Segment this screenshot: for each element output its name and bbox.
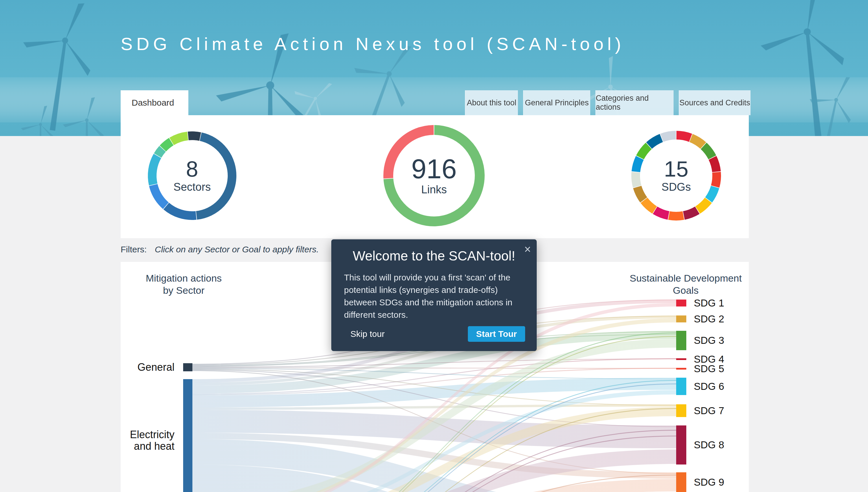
sdgs-donut-chart[interactable]: 15 SDGs [624,124,728,228]
tab-general-principles[interactable]: General Principles [523,90,590,115]
sdg-label-2[interactable]: SDG 2 [694,313,758,325]
modal-body: This tool will provide you a first 'scan… [344,271,524,321]
sector-node-electricity-and-heat[interactable] [183,379,193,492]
filters-label: Filters: [121,245,147,254]
tab-about-this-tool[interactable]: About this tool [465,90,518,115]
sdg-node-sdg-7[interactable] [676,404,686,417]
welcome-modal: × Welcome to the SCAN-tool! This tool wi… [331,239,537,351]
sdg-label-8[interactable]: SDG 8 [694,439,758,451]
links-donut-chart[interactable]: 916 Links [382,124,486,228]
sdg-node-sdg-5[interactable] [676,368,686,370]
sdg-label-5[interactable]: SDG 5 [694,363,758,375]
page-title: SDG Climate Action Nexus tool (SCAN-tool… [121,33,625,54]
sector-label-electricity-and-heat[interactable]: Electricity and heat [104,429,175,452]
filters-bar: Filters:Click on any Sector or Goal to a… [121,245,319,254]
sectors-donut-chart[interactable]: 8 Sectors [140,124,244,228]
tab-bar: About this tool General Principles Categ… [465,90,750,115]
sdg-label-7[interactable]: SDG 7 [694,404,758,417]
skip-tour-link[interactable]: Skip tour [350,329,385,339]
sdg-node-sdg-9[interactable] [676,472,686,492]
tab-sources-and-credits[interactable]: Sources and Credits [679,90,750,115]
sdg-label-3[interactable]: SDG 3 [694,334,758,346]
tab-dashboard[interactable]: Dashboard [121,90,188,115]
sdg-label-9[interactable]: SDG 9 [694,476,758,488]
sdg-node-sdg-2[interactable] [676,316,686,322]
sdg-label-6[interactable]: SDG 6 [694,380,758,392]
sdg-node-sdg-1[interactable] [676,299,686,306]
start-tour-button[interactable]: Start Tour [468,326,525,342]
filters-hint: Click on any Sector or Goal to apply fil… [155,245,319,254]
sdg-node-sdg-8[interactable] [676,425,686,465]
sector-label-general[interactable]: General [116,362,175,373]
sdg-node-sdg-4[interactable] [676,358,686,360]
modal-title: Welcome to the SCAN-tool! [331,248,537,264]
sankey-right-header: Sustainable Development Goals [625,272,746,296]
tab-categories-and-actions[interactable]: Categories and actions [595,90,673,115]
close-icon[interactable]: × [524,243,531,255]
sdg-node-sdg-3[interactable] [676,331,686,350]
sankey-left-header: Mitigation actions by Sector [127,272,240,296]
sector-node-general[interactable] [183,363,193,371]
sdg-label-1[interactable]: SDG 1 [694,297,758,309]
sdg-node-sdg-6[interactable] [676,378,686,395]
